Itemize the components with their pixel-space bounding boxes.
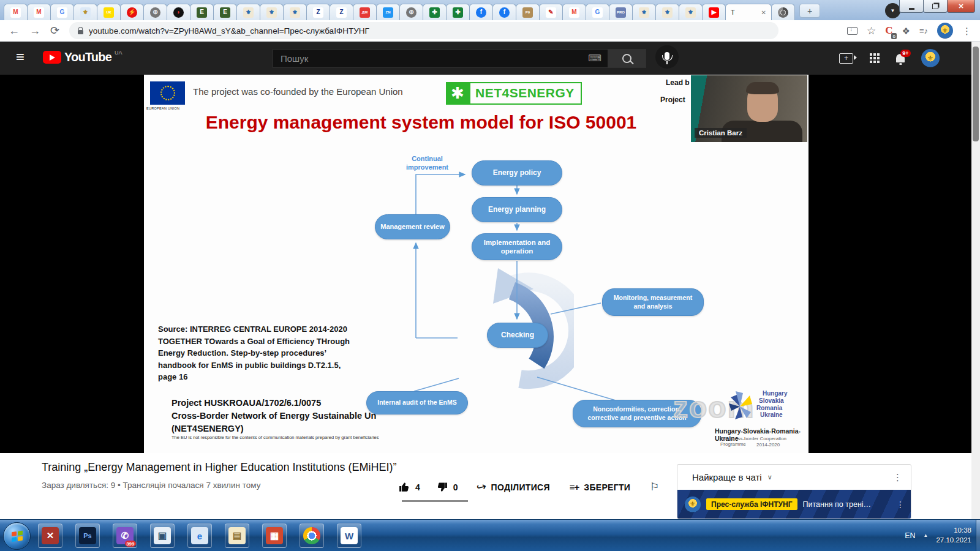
speaker-head bbox=[747, 84, 778, 122]
window-close-button[interactable]: ✕ bbox=[947, 0, 975, 13]
eu-stars-icon bbox=[160, 86, 175, 100]
globe-tab-2[interactable]: ⊕ bbox=[399, 4, 423, 20]
search-button[interactable] bbox=[608, 49, 646, 68]
tray-expand-icon[interactable]: ▲ bbox=[924, 533, 929, 538]
pinned-chat-message[interactable]: ⚜ Прес-служба ІФНТУНГ Питання по трені… … bbox=[677, 490, 911, 519]
facebook-tab-2[interactable]: f bbox=[492, 4, 516, 20]
lightning-tab-icon: ⚡ bbox=[127, 7, 137, 18]
video-player[interactable]: EUROPEAN UNION The project was co-founde… bbox=[0, 75, 971, 453]
scrollbar-thumb[interactable] bbox=[973, 47, 979, 141]
taskbar-clock[interactable]: 10:38 27.10.2021 bbox=[936, 526, 971, 545]
taskbar-screen-recorder[interactable]: ▣ bbox=[150, 523, 175, 548]
share-button[interactable]: ↪ ПОДІЛИТИСЯ bbox=[477, 480, 550, 494]
translate-tab[interactable]: G bbox=[50, 4, 74, 20]
apps-grid-icon[interactable] bbox=[870, 53, 880, 63]
dislike-button[interactable]: 0 bbox=[436, 481, 458, 493]
photoshop-icon: Ps bbox=[79, 527, 96, 544]
university-tab-3[interactable]: ⚜ bbox=[283, 4, 307, 20]
university-tab-4[interactable]: ⚜ bbox=[632, 4, 656, 20]
globe-tab[interactable]: ⊕ bbox=[143, 4, 167, 20]
university-tab-2[interactable]: ⚜ bbox=[260, 4, 284, 20]
bookmark-star-icon[interactable]: ☆ bbox=[867, 26, 876, 36]
zakon-tab[interactable]: Z bbox=[306, 4, 330, 20]
minimize-icon bbox=[909, 8, 914, 10]
tab-dropdown-icon[interactable]: ▼ bbox=[885, 3, 900, 18]
taskbar-file-manager[interactable]: ▤ bbox=[225, 523, 249, 548]
create-video-icon[interactable]: + bbox=[839, 53, 853, 64]
back-button[interactable]: ← bbox=[9, 25, 20, 36]
new-tab-button[interactable]: + bbox=[799, 4, 820, 18]
hamburger-menu-icon[interactable]: ≡ bbox=[16, 50, 24, 64]
zn-tab[interactable]: ZN bbox=[376, 4, 400, 20]
mic-button[interactable] bbox=[655, 45, 679, 69]
youtube-tab-icon: ▶ bbox=[709, 7, 719, 18]
start-button[interactable] bbox=[3, 522, 31, 550]
show-desktop-button[interactable] bbox=[976, 520, 980, 551]
label-continual-improvement: Continual improvement bbox=[398, 155, 456, 172]
pro-tab[interactable]: PRO bbox=[609, 4, 633, 20]
tab-close-icon[interactable]: ✕ bbox=[761, 9, 766, 16]
like-button[interactable]: 4 bbox=[398, 481, 420, 493]
reload-button[interactable]: ⟳ bbox=[50, 25, 59, 36]
search-box[interactable]: ⌨ bbox=[273, 49, 608, 68]
youtube-logo[interactable]: YouTube UA bbox=[43, 51, 123, 64]
taskbar-photoshop[interactable]: Ps bbox=[75, 523, 100, 548]
chat-menu-icon[interactable]: ⋮ bbox=[893, 472, 902, 483]
watch-page-info: Training „Energy Management in Higher Ed… bbox=[0, 453, 971, 519]
chat-author-badge: Прес-служба ІФНТУНГ bbox=[706, 498, 797, 510]
chevron-down-icon[interactable]: ∨ bbox=[767, 473, 772, 481]
lightning-tab[interactable]: ⚡ bbox=[120, 4, 144, 20]
zakon-tab-2[interactable]: Z bbox=[330, 4, 353, 20]
window-minimize-button[interactable] bbox=[899, 0, 924, 13]
sheets-tab[interactable]: ✚ bbox=[423, 4, 447, 20]
account-avatar[interactable]: ⚜ bbox=[921, 49, 940, 67]
university-tab-6[interactable]: ⚜ bbox=[679, 4, 703, 20]
taskbar-word[interactable]: W bbox=[337, 523, 361, 548]
google-tab-icon: G bbox=[592, 7, 603, 18]
taskbar-presentation-app[interactable]: ▦ bbox=[262, 523, 287, 548]
chrome-tab[interactable] bbox=[771, 4, 795, 20]
youtube-logo-text: YouTube bbox=[64, 51, 111, 64]
uk-tab[interactable]: UK bbox=[97, 4, 121, 20]
university-tab[interactable]: ⚜ bbox=[236, 4, 260, 20]
e-journal-tab-2[interactable]: E bbox=[213, 4, 237, 20]
forward-button[interactable]: → bbox=[29, 25, 40, 36]
city-emblem-tab[interactable]: ⚜ bbox=[74, 4, 97, 20]
gmail-tab[interactable]: M bbox=[4, 4, 28, 20]
gmail-tab-2[interactable]: M bbox=[27, 4, 51, 20]
save-button[interactable]: ≡+ ЗБЕРЕГТИ bbox=[570, 482, 630, 492]
google-tab[interactable]: G bbox=[586, 4, 609, 20]
address-bar[interactable]: youtube.com/watch?v=ZPyH8AWd_sY&ab_chann… bbox=[69, 22, 778, 39]
extensions-puzzle-icon[interactable]: ❖ bbox=[902, 26, 910, 36]
dm-tab[interactable]: ДМ bbox=[353, 4, 377, 20]
page-scrollbar[interactable] bbox=[971, 42, 980, 519]
search-input[interactable] bbox=[279, 53, 588, 64]
report-flag-icon[interactable]: ⚐ bbox=[650, 481, 659, 493]
taskbar-internet-explorer[interactable]: e bbox=[187, 523, 212, 548]
red-writer-tab[interactable]: ✎ bbox=[539, 4, 563, 20]
browser-menu-icon[interactable]: ⋮ bbox=[962, 26, 971, 36]
taskbar-viber[interactable]: ✆399 bbox=[113, 523, 137, 548]
window-restore-button[interactable] bbox=[923, 0, 948, 13]
facebook-tab[interactable]: f bbox=[469, 4, 493, 20]
pinned-menu-icon[interactable]: ⋮ bbox=[896, 500, 905, 509]
notifications-button[interactable]: 9+ bbox=[896, 54, 905, 62]
keyboard-icon[interactable]: ⌨ bbox=[588, 53, 601, 64]
install-icon[interactable] bbox=[847, 27, 858, 35]
youtube-tab[interactable]: ▶ bbox=[702, 4, 726, 20]
reading-list-icon[interactable]: ≡♪ bbox=[919, 27, 928, 35]
thumb-up-icon bbox=[398, 481, 410, 493]
p9-tab[interactable]: P9 bbox=[516, 4, 540, 20]
e-journal-tab[interactable]: E bbox=[190, 4, 214, 20]
language-indicator[interactable]: EN bbox=[905, 531, 915, 540]
extension-c-icon[interactable]: C6 bbox=[885, 24, 892, 37]
gmail-tab-3[interactable]: M bbox=[562, 4, 586, 20]
presentation-slide: EUROPEAN UNION The project was co-founde… bbox=[144, 75, 809, 453]
university-tab-5[interactable]: ⚜ bbox=[655, 4, 679, 20]
active-tab[interactable]: T✕ bbox=[725, 4, 772, 20]
record-tab[interactable]: ◗ bbox=[167, 4, 190, 20]
profile-avatar[interactable]: ⚜ bbox=[937, 23, 953, 39]
taskbar-chrome[interactable] bbox=[300, 523, 324, 548]
sheets-tab-2[interactable]: ✚ bbox=[446, 4, 470, 20]
taskbar-office-red-app[interactable]: ✕ bbox=[38, 523, 62, 548]
